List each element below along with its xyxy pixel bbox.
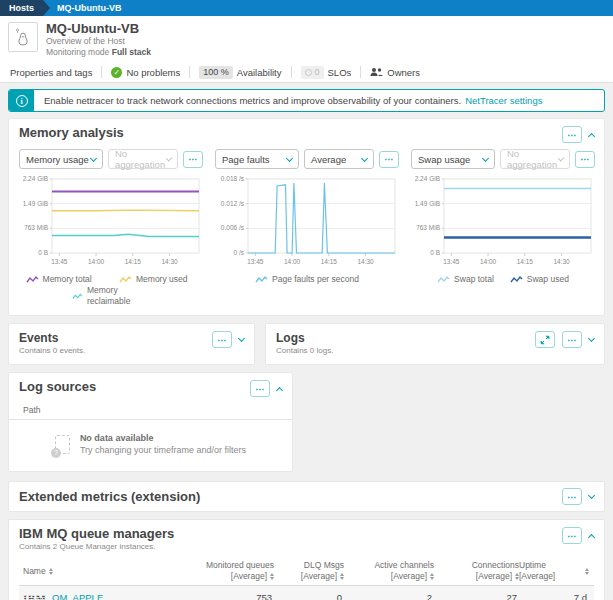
column-header[interactable]: DLQ Msgs[Average] — [274, 560, 344, 582]
column-header[interactable]: Monitored queues[Average] — [169, 560, 274, 582]
path-column-header: Path — [9, 399, 292, 420]
slo-status[interactable]: 0 SLOs — [292, 66, 361, 79]
svg-text:2.24 GiB: 2.24 GiB — [415, 175, 440, 182]
legend-item: Memory reclaimable — [72, 285, 149, 307]
banner-text: Enable nettracer to track network connec… — [44, 95, 461, 106]
metric-select[interactable]: Memory usage — [19, 149, 103, 169]
metric-select-value: Swap usage — [418, 154, 470, 165]
collapse-chevron-icon[interactable] — [588, 132, 595, 139]
legend-item: Memory used — [119, 274, 196, 285]
svg-text:2.24 GiB: 2.24 GiB — [23, 175, 48, 182]
more-options-button[interactable]: ⋯ — [562, 331, 582, 348]
swap-usage-controls: Swap usage No aggregation ⋯ — [411, 149, 595, 169]
events-title: Events — [19, 331, 85, 345]
table-cell: 0 — [274, 592, 344, 600]
page-title: MQ-Ubuntu-VB — [46, 22, 151, 36]
slo-badge: 0 — [301, 66, 324, 79]
owners-label: Owners — [387, 67, 420, 78]
column-header[interactable]: Uptime [Average] — [519, 560, 589, 582]
linux-host-icon — [14, 27, 32, 47]
page-faults-controls: Page faults Average ⋯ — [215, 149, 399, 169]
logs-card: Logs Contains 0 logs. ⋯ — [265, 323, 605, 365]
owners[interactable]: Owners — [361, 67, 429, 78]
svg-text:1.49 GiB: 1.49 GiB — [415, 200, 440, 207]
problems-label: No problems — [126, 67, 180, 78]
svg-text:763 MiB: 763 MiB — [416, 224, 440, 231]
host-header: MQ-Ubuntu-VB Overview of the Host Monito… — [0, 16, 613, 62]
column-header[interactable]: Name — [19, 566, 169, 577]
svg-text:763 MiB: 763 MiB — [24, 224, 48, 231]
open-fullscreen-button[interactable] — [535, 331, 555, 348]
expand-chevron-icon[interactable] — [588, 492, 595, 499]
page-subtitle: Overview of the Host — [46, 36, 151, 47]
info-icon-box: i — [9, 90, 34, 111]
mq-subtitle: Contains 2 Queue Manager instances. — [19, 542, 174, 552]
table-cell: 7 d — [519, 592, 589, 600]
column-header[interactable]: Connections[Average] — [434, 560, 519, 582]
properties-and-tags[interactable]: Properties and tags — [10, 67, 101, 78]
more-options-button[interactable]: ⋯ — [562, 126, 582, 143]
metric-select[interactable]: Page faults — [215, 149, 299, 169]
host-type-icon-box — [8, 22, 38, 52]
breadcrumb-hosts[interactable]: Hosts — [0, 0, 43, 16]
series-line-icon — [72, 292, 83, 301]
problems-status[interactable]: ✓ No problems — [102, 67, 189, 78]
memory-usage-legend: Memory totalMemory usedMemory reclaimabl… — [19, 272, 203, 313]
breadcrumb-current-host[interactable]: MQ-Ubuntu-VB — [43, 0, 127, 16]
more-options-button[interactable]: ⋯ — [562, 488, 582, 505]
legend-item: Page faults per second — [255, 274, 359, 285]
swap-usage-chart: 2.24 GiB1.49 GiB763 MiB0 B13:4514:0014:1… — [411, 174, 595, 272]
svg-text:14:30: 14:30 — [553, 258, 570, 265]
metric-select-value: Memory usage — [26, 154, 89, 165]
mq-table: NameMonitored queues[Average]DLQ Msgs[Av… — [19, 558, 594, 600]
expand-chevron-icon[interactable] — [588, 335, 595, 342]
svg-text:14:00: 14:00 — [88, 258, 105, 265]
svg-text:14:15: 14:15 — [321, 258, 338, 265]
series-line-icon — [26, 275, 39, 284]
sort-icon[interactable] — [49, 568, 53, 575]
series-line-icon — [510, 275, 523, 284]
mq-title: IBM MQ queue managers — [19, 527, 174, 541]
slo-icon — [305, 69, 312, 76]
sort-icon[interactable] — [585, 568, 589, 575]
mq-table-header: NameMonitored queues[Average]DLQ Msgs[Av… — [19, 558, 594, 586]
more-options-button[interactable]: ⋯ — [250, 380, 270, 397]
series-line-icon — [255, 275, 268, 284]
svg-text:IBM: IBM — [23, 592, 46, 600]
collapse-chevron-icon[interactable] — [276, 386, 283, 393]
collapse-chevron-icon[interactable] — [588, 533, 595, 540]
more-options-button[interactable]: ⋯ — [212, 331, 232, 348]
table-cell: 2 — [344, 592, 434, 600]
availability-status[interactable]: 100 % Availability — [190, 66, 290, 79]
expand-chevron-icon[interactable] — [238, 335, 245, 342]
page-faults-chart: 0.018 /s0.012 /s0.006 /s0 /s13:4514:0014… — [215, 174, 399, 272]
more-options-button[interactable]: ⋯ — [379, 151, 399, 168]
svg-text:14:30: 14:30 — [357, 258, 374, 265]
memory-analysis-card: Memory analysis ⋯ Memory usage No aggreg… — [8, 118, 605, 316]
chevron-down-icon — [361, 154, 368, 161]
top-navigation-bar: Hosts MQ-Ubuntu-VB — [0, 0, 613, 16]
svg-text:0 /s: 0 /s — [234, 249, 245, 256]
metric-select[interactable]: Swap usage — [411, 149, 495, 169]
aggregation-select-value: No aggregation — [115, 148, 167, 170]
aggregation-select[interactable]: Average — [304, 149, 374, 169]
empty-document-icon — [55, 435, 70, 454]
no-data-empty-state: No data available Try changing your time… — [9, 420, 292, 456]
properties-bar: Properties and tags ✓ No problems 100 % … — [0, 62, 613, 83]
nettracer-settings-link[interactable]: NetTracer settings — [465, 95, 542, 106]
more-options-button[interactable]: ⋯ — [562, 527, 582, 544]
owners-icon — [370, 67, 383, 77]
events-card: Events Contains 0 events. ⋯ — [8, 323, 255, 365]
info-icon: i — [16, 95, 28, 107]
logs-title: Logs — [276, 331, 333, 345]
column-header[interactable]: Active channels[Average] — [344, 560, 434, 582]
ibm-logo: IBM — [23, 592, 46, 600]
availability-badge: 100 % — [199, 66, 233, 79]
nettracer-banner: i Enable nettracer to track network conn… — [8, 89, 605, 112]
queue-manager-link[interactable]: QM_APPLE — [52, 592, 103, 600]
logs-subtitle: Contains 0 logs. — [276, 346, 333, 356]
legend-item: Swap used — [510, 274, 569, 285]
more-options-button[interactable]: ⋯ — [575, 151, 595, 168]
more-options-button[interactable]: ⋯ — [183, 151, 203, 168]
series-line-icon — [437, 275, 450, 284]
